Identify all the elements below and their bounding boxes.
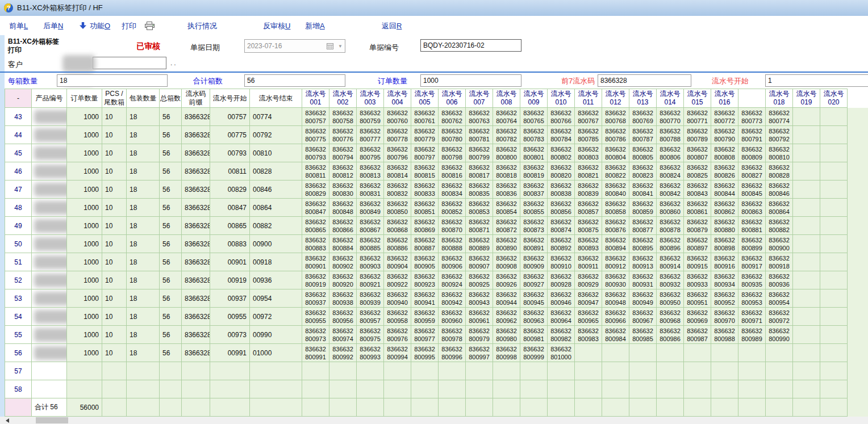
serial-cell[interactable]: 836632 800843	[684, 180, 711, 199]
serial-cell[interactable]: 836632 800972	[766, 308, 793, 326]
total-boxes-cell[interactable]: 56	[160, 344, 182, 362]
add-new-button[interactable]: 新增A	[305, 21, 325, 31]
column-header[interactable]: 订单数量	[67, 89, 102, 108]
serial-cell[interactable]	[793, 126, 820, 144]
total-boxes-cell[interactable]: 56	[160, 289, 182, 308]
serial-cell[interactable]	[793, 144, 820, 162]
serial-cell[interactable]	[793, 217, 820, 235]
serial-cell[interactable]: 836632 800793	[302, 144, 329, 162]
serial-cell[interactable]	[439, 362, 466, 380]
per-box-qty-input[interactable]: 18	[57, 74, 168, 87]
serial-cell[interactable]: 836632 800788	[657, 126, 684, 144]
serial-cell[interactable]: 836632 800847	[302, 199, 329, 217]
serial-cell[interactable]: 836632 800980	[493, 326, 520, 344]
serial-cell[interactable]	[711, 344, 738, 362]
date-picker[interactable]: 2023-07-16 ▼	[244, 39, 345, 53]
serial-cell[interactable]: 836632 800984	[602, 326, 629, 344]
serial-cell[interactable]: 836632 800911	[575, 253, 602, 271]
serial-cell[interactable]: 836632 800905	[411, 253, 439, 271]
serial-cell[interactable]	[657, 344, 684, 362]
serial-cell[interactable]: 836632 800850	[384, 199, 411, 217]
serial-cell[interactable]: 836632 800815	[411, 162, 439, 180]
serial-cell[interactable]: 836632 800859	[629, 199, 657, 217]
pcs-tail-cell[interactable]: 10	[102, 217, 127, 235]
row-number-cell[interactable]: 52	[5, 271, 32, 289]
total-boxes-cell[interactable]: 56	[160, 253, 182, 271]
serial-cell[interactable]: 836632 800772	[711, 108, 738, 126]
serial-cell[interactable]	[657, 380, 684, 398]
sn-prefix-cell[interactable]: 8366328	[182, 235, 210, 253]
return-button[interactable]: 返回R	[382, 21, 402, 31]
serial-cell[interactable]	[684, 380, 711, 398]
serial-cell[interactable]: 836632 800958	[384, 308, 411, 326]
serial-cell[interactable]: 836632 800871	[466, 217, 493, 235]
serial-cell[interactable]: 836632 800801	[520, 144, 548, 162]
serial-cell[interactable]: 836632 800943	[466, 289, 493, 308]
serial-cell[interactable]: 836632 800951	[684, 289, 711, 308]
sn-start-cell[interactable]: 00991	[210, 344, 250, 362]
serial-column-header[interactable]: 流水号 015	[684, 89, 711, 108]
sn-end-cell[interactable]	[250, 362, 302, 380]
row-number-cell[interactable]: 54	[5, 308, 32, 326]
serial-cell[interactable]: 836632 800904	[384, 253, 411, 271]
serial-cell[interactable]: 836632 800910	[548, 253, 575, 271]
serial-cell[interactable]: 836632 800991	[302, 344, 329, 362]
pack-qty-cell[interactable]: 18	[127, 235, 160, 253]
sn-end-cell[interactable]: 00954	[250, 289, 302, 308]
serial-cell[interactable]	[820, 144, 848, 162]
serial-cell[interactable]: 836632 800861	[684, 199, 711, 217]
serial-cell[interactable]: 836632 800886	[384, 235, 411, 253]
serial-cell[interactable]: 836632 800983	[575, 326, 602, 344]
serial-cell[interactable]	[766, 344, 793, 362]
serial-cell[interactable]	[439, 380, 466, 398]
serial-cell[interactable]: 836632 800764	[493, 108, 520, 126]
sn-end-cell[interactable]: 00918	[250, 253, 302, 271]
serial-cell[interactable]: 836632 800791	[738, 126, 766, 144]
serial-cell[interactable]: 836632 800879	[684, 217, 711, 235]
serial-cell[interactable]: 836632 800837	[520, 180, 548, 199]
serial-cell[interactable]	[820, 271, 848, 289]
pack-qty-cell[interactable]: 18	[127, 108, 160, 126]
serial-cell[interactable]	[602, 344, 629, 362]
serial-cell[interactable]: 836632 800887	[411, 235, 439, 253]
pcs-tail-cell[interactable]: 10	[102, 235, 127, 253]
serial-cell[interactable]: 836632 800822	[602, 162, 629, 180]
serial-cell[interactable]: 836632 800858	[602, 199, 629, 217]
serial-cell[interactable]: 836632 800848	[329, 199, 357, 217]
scroll-left-arrow[interactable]	[6, 418, 9, 423]
date-dropdown-arrow[interactable]: ▼	[336, 40, 345, 52]
serial-cell[interactable]	[820, 308, 848, 326]
serial-cell[interactable]	[820, 362, 848, 380]
serial-cell[interactable]: 836632 800767	[575, 108, 602, 126]
serial-cell[interactable]: 836632 800833	[411, 180, 439, 199]
serial-cell[interactable]: 836632 800989	[738, 326, 766, 344]
serial-cell[interactable]: 836632 800844	[711, 180, 738, 199]
serial-cell[interactable]	[384, 380, 411, 398]
sn-end-cell[interactable]: 00936	[250, 271, 302, 289]
serial-cell[interactable]: 836632 800832	[384, 180, 411, 199]
serial-cell[interactable]: 836632 800998	[493, 344, 520, 362]
serial-cell[interactable]: 836632 800763	[466, 108, 493, 126]
serial-cell[interactable]: 836632 800978	[439, 326, 466, 344]
serial-cell[interactable]: 836632 800889	[466, 235, 493, 253]
serial-cell[interactable]: 836632 800883	[302, 235, 329, 253]
column-header[interactable]: 包装数量	[127, 89, 160, 108]
serial-cell[interactable]: 836632 800828	[766, 162, 793, 180]
column-header[interactable]: 流水码 前缀	[182, 89, 210, 108]
total-boxes-cell[interactable]: 56	[160, 235, 182, 253]
serial-column-header[interactable]: 流水号 018	[766, 89, 793, 108]
sn-prefix-cell[interactable]: 8366328	[182, 180, 210, 199]
serial-cell[interactable]: 836632 801000	[548, 344, 575, 362]
customer-browse-button[interactable]: ..	[170, 59, 178, 67]
serial-cell[interactable]: 836632 800988	[711, 326, 738, 344]
serial-cell[interactable]	[384, 362, 411, 380]
sn-prefix-cell[interactable]: 8366328	[182, 271, 210, 289]
serial-cell[interactable]: 836632 800870	[439, 217, 466, 235]
row-number-cell[interactable]: 44	[5, 126, 32, 144]
pack-qty-cell[interactable]: 18	[127, 326, 160, 344]
serial-cell[interactable]: 836632 800956	[329, 308, 357, 326]
serial-cell[interactable]: 836632 800798	[439, 144, 466, 162]
serial-cell[interactable]: 836632 800841	[629, 180, 657, 199]
serial-cell[interactable]: 836632 800930	[602, 271, 629, 289]
order-qty-cell[interactable]: 1000	[67, 144, 102, 162]
